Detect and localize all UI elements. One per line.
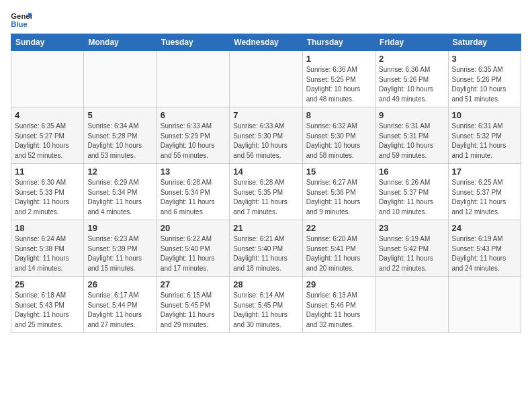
day-cell xyxy=(375,277,448,333)
day-cell: 7Sunrise: 6:33 AMSunset: 5:30 PMDaylight… xyxy=(230,107,302,164)
day-detail: Sunrise: 6:28 AMSunset: 5:35 PMDaylight:… xyxy=(233,178,298,217)
day-number: 11 xyxy=(15,167,80,177)
day-detail: Sunrise: 6:23 AMSunset: 5:39 PMDaylight:… xyxy=(87,234,152,273)
day-detail: Sunrise: 6:26 AMSunset: 5:37 PMDaylight:… xyxy=(379,178,444,217)
day-header-wednesday: Wednesday xyxy=(230,34,302,51)
day-detail: Sunrise: 6:25 AMSunset: 5:37 PMDaylight:… xyxy=(452,178,517,217)
day-header-tuesday: Tuesday xyxy=(157,34,229,51)
day-detail: Sunrise: 6:36 AMSunset: 5:26 PMDaylight:… xyxy=(379,65,444,104)
day-cell: 19Sunrise: 6:23 AMSunset: 5:39 PMDayligh… xyxy=(84,220,157,277)
day-number: 27 xyxy=(161,279,226,289)
day-detail: Sunrise: 6:31 AMSunset: 5:31 PMDaylight:… xyxy=(379,122,444,161)
day-header-monday: Monday xyxy=(84,34,157,51)
day-header-sunday: Sunday xyxy=(11,34,84,51)
day-cell: 23Sunrise: 6:19 AMSunset: 5:42 PMDayligh… xyxy=(375,220,448,277)
day-number: 26 xyxy=(87,279,152,289)
day-detail: Sunrise: 6:19 AMSunset: 5:43 PMDaylight:… xyxy=(452,234,517,273)
week-row-5: 25Sunrise: 6:18 AMSunset: 5:43 PMDayligh… xyxy=(11,277,521,333)
day-number: 29 xyxy=(306,279,371,289)
day-detail: Sunrise: 6:31 AMSunset: 5:32 PMDaylight:… xyxy=(452,122,517,161)
day-detail: Sunrise: 6:34 AMSunset: 5:28 PMDaylight:… xyxy=(87,122,152,161)
day-number: 12 xyxy=(87,167,152,177)
day-number: 17 xyxy=(452,167,517,177)
day-number: 20 xyxy=(161,223,226,233)
day-cell: 15Sunrise: 6:27 AMSunset: 5:36 PMDayligh… xyxy=(302,164,375,220)
header-row: SundayMondayTuesdayWednesdayThursdayFrid… xyxy=(11,34,521,51)
day-cell: 21Sunrise: 6:21 AMSunset: 5:40 PMDayligh… xyxy=(230,220,302,277)
day-number: 4 xyxy=(15,110,80,120)
day-detail: Sunrise: 6:35 AMSunset: 5:26 PMDaylight:… xyxy=(452,65,517,104)
day-detail: Sunrise: 6:13 AMSunset: 5:46 PMDaylight:… xyxy=(306,291,371,330)
day-cell: 8Sunrise: 6:32 AMSunset: 5:30 PMDaylight… xyxy=(302,107,375,164)
day-header-thursday: Thursday xyxy=(302,34,375,51)
day-number: 23 xyxy=(379,223,444,233)
day-detail: Sunrise: 6:15 AMSunset: 5:45 PMDaylight:… xyxy=(161,291,226,330)
day-number: 25 xyxy=(15,279,80,289)
day-number: 19 xyxy=(87,223,152,233)
day-detail: Sunrise: 6:21 AMSunset: 5:40 PMDaylight:… xyxy=(233,234,298,273)
day-cell: 17Sunrise: 6:25 AMSunset: 5:37 PMDayligh… xyxy=(448,164,521,220)
day-number: 8 xyxy=(306,110,371,120)
day-detail: Sunrise: 6:24 AMSunset: 5:38 PMDaylight:… xyxy=(15,234,80,273)
day-number: 7 xyxy=(233,110,298,120)
week-row-4: 18Sunrise: 6:24 AMSunset: 5:38 PMDayligh… xyxy=(11,220,521,277)
day-cell: 14Sunrise: 6:28 AMSunset: 5:35 PMDayligh… xyxy=(230,164,302,220)
day-detail: Sunrise: 6:19 AMSunset: 5:42 PMDaylight:… xyxy=(379,234,444,273)
day-number: 16 xyxy=(379,167,444,177)
day-number: 1 xyxy=(306,54,371,64)
day-cell xyxy=(84,51,157,107)
day-cell: 18Sunrise: 6:24 AMSunset: 5:38 PMDayligh… xyxy=(11,220,84,277)
day-number: 5 xyxy=(87,110,152,120)
day-cell: 13Sunrise: 6:28 AMSunset: 5:34 PMDayligh… xyxy=(157,164,229,220)
day-number: 21 xyxy=(233,223,298,233)
week-row-2: 4Sunrise: 6:35 AMSunset: 5:27 PMDaylight… xyxy=(11,107,521,164)
week-row-3: 11Sunrise: 6:30 AMSunset: 5:33 PMDayligh… xyxy=(11,164,521,220)
logo-icon: General Blue xyxy=(11,11,32,30)
day-cell: 22Sunrise: 6:20 AMSunset: 5:41 PMDayligh… xyxy=(302,220,375,277)
day-cell: 11Sunrise: 6:30 AMSunset: 5:33 PMDayligh… xyxy=(11,164,84,220)
day-header-saturday: Saturday xyxy=(448,34,521,51)
day-cell: 5Sunrise: 6:34 AMSunset: 5:28 PMDaylight… xyxy=(84,107,157,164)
day-number: 24 xyxy=(452,223,517,233)
day-number: 3 xyxy=(452,54,517,64)
day-number: 15 xyxy=(306,167,371,177)
day-cell: 9Sunrise: 6:31 AMSunset: 5:31 PMDaylight… xyxy=(375,107,448,164)
week-row-1: 1Sunrise: 6:36 AMSunset: 5:25 PMDaylight… xyxy=(11,51,521,107)
day-cell: 12Sunrise: 6:29 AMSunset: 5:34 PMDayligh… xyxy=(84,164,157,220)
day-detail: Sunrise: 6:27 AMSunset: 5:36 PMDaylight:… xyxy=(306,178,371,217)
day-detail: Sunrise: 6:30 AMSunset: 5:33 PMDaylight:… xyxy=(15,178,80,217)
day-cell: 6Sunrise: 6:33 AMSunset: 5:29 PMDaylight… xyxy=(157,107,229,164)
day-detail: Sunrise: 6:36 AMSunset: 5:25 PMDaylight:… xyxy=(306,65,371,104)
header: General Blue xyxy=(11,11,521,30)
day-detail: Sunrise: 6:18 AMSunset: 5:43 PMDaylight:… xyxy=(15,291,80,330)
calendar-table: SundayMondayTuesdayWednesdayThursdayFrid… xyxy=(11,34,521,333)
day-cell xyxy=(157,51,229,107)
day-number: 22 xyxy=(306,223,371,233)
day-cell: 4Sunrise: 6:35 AMSunset: 5:27 PMDaylight… xyxy=(11,107,84,164)
day-detail: Sunrise: 6:28 AMSunset: 5:34 PMDaylight:… xyxy=(161,178,226,217)
logo: General Blue xyxy=(11,11,32,30)
day-cell xyxy=(11,51,84,107)
day-detail: Sunrise: 6:14 AMSunset: 5:45 PMDaylight:… xyxy=(233,291,298,330)
day-cell: 29Sunrise: 6:13 AMSunset: 5:46 PMDayligh… xyxy=(302,277,375,333)
day-number: 14 xyxy=(233,167,298,177)
day-cell: 10Sunrise: 6:31 AMSunset: 5:32 PMDayligh… xyxy=(448,107,521,164)
svg-text:Blue: Blue xyxy=(11,20,28,28)
day-number: 10 xyxy=(452,110,517,120)
day-detail: Sunrise: 6:22 AMSunset: 5:40 PMDaylight:… xyxy=(161,234,226,273)
day-cell: 1Sunrise: 6:36 AMSunset: 5:25 PMDaylight… xyxy=(302,51,375,107)
day-cell: 3Sunrise: 6:35 AMSunset: 5:26 PMDaylight… xyxy=(448,51,521,107)
day-detail: Sunrise: 6:33 AMSunset: 5:30 PMDaylight:… xyxy=(233,122,298,161)
day-cell: 27Sunrise: 6:15 AMSunset: 5:45 PMDayligh… xyxy=(157,277,229,333)
day-header-friday: Friday xyxy=(375,34,448,51)
day-cell: 24Sunrise: 6:19 AMSunset: 5:43 PMDayligh… xyxy=(448,220,521,277)
day-cell: 28Sunrise: 6:14 AMSunset: 5:45 PMDayligh… xyxy=(230,277,302,333)
day-cell xyxy=(448,277,521,333)
day-number: 18 xyxy=(15,223,80,233)
day-number: 13 xyxy=(161,167,226,177)
day-detail: Sunrise: 6:33 AMSunset: 5:29 PMDaylight:… xyxy=(161,122,226,161)
day-cell: 16Sunrise: 6:26 AMSunset: 5:37 PMDayligh… xyxy=(375,164,448,220)
day-number: 28 xyxy=(233,279,298,289)
day-detail: Sunrise: 6:29 AMSunset: 5:34 PMDaylight:… xyxy=(87,178,152,217)
day-detail: Sunrise: 6:20 AMSunset: 5:41 PMDaylight:… xyxy=(306,234,371,273)
